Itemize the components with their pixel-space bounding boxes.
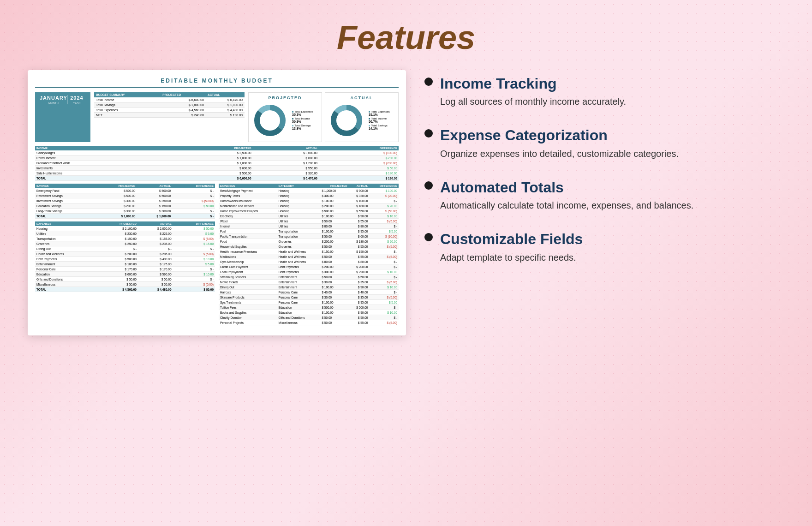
expense-right-cell: $ (50.00) (369, 209, 399, 214)
expense-right-cell: $ 10.00 (369, 310, 399, 315)
expense-right-cell: $ - (369, 315, 399, 320)
expense-right-cell: Home Improvement Projects (219, 209, 277, 214)
feature-item: Automated TotalsAutomatically calculate … (424, 179, 784, 212)
savings-cell: Investment Savings (35, 198, 96, 203)
expenses-left-table: EXPENSES PROJECTED ACTUAL DIFFERENCE Hou… (35, 221, 215, 292)
feature-description: Organize expenses into detailed, customi… (440, 147, 679, 160)
expense-right-cell: Gifts and Donations (277, 315, 321, 320)
income-col-actual: ACTUAL (253, 146, 319, 150)
expense-right-cell: $ - (369, 259, 399, 264)
income-table: INCOME PROJECTED ACTUAL DIFFERENCE Salar… (35, 146, 399, 181)
expense-right-cell: Food (219, 239, 277, 244)
expense-right-cell: $ 55.00 (349, 320, 370, 325)
expense-left-total-cell: TOTAL (35, 287, 97, 292)
expense-right-cell: $ - (369, 249, 399, 254)
expense-right-cell: $ 90.00 (349, 214, 370, 219)
expense-right-cell: $ 40.00 (349, 290, 370, 295)
expense-right-cell: $ 500.00 (349, 305, 370, 310)
expense-right-cell: Property Taxes (219, 193, 277, 198)
savings-cell: $ 300.00 (96, 198, 137, 203)
table-row: Rent/Mortgage PaymentHousing$ 1,000.00$ … (219, 188, 399, 193)
feature-text: Customizable FieldsAdapt template to spe… (440, 230, 583, 263)
expense-left-cell: Miscellaneous (35, 282, 97, 287)
summary-col-name: BUDGET SUMMARY (94, 92, 161, 97)
actual-donut-container: ■ Total Expenses35.1% ■ Total Income50.7… (328, 102, 395, 139)
table-row: Salary/Wages$ 3,500.00$ 3,600.00$ (100.0… (35, 150, 399, 155)
table-row: Household SuppliesGroceries$ 50.00$ 55.0… (219, 244, 399, 249)
summary-cell: $ 1,800.00 (161, 102, 206, 108)
expense-right-cell: Household Supplies (219, 244, 277, 249)
table-row: Groceries$ 250.00$ 235.00$ 15.00 (35, 241, 215, 246)
sheet-title: EDITABLE MONTHLY BUDGET (35, 78, 399, 88)
er-col-diff: DIFFERENCE (369, 184, 399, 188)
expense-right-cell: $ 80.00 (320, 259, 348, 264)
expense-right-cell: $ 180.00 (349, 203, 370, 209)
income-cell: $ 3,600.00 (253, 150, 319, 155)
income-cell: $ 600.00 (176, 166, 253, 171)
income-cell: $ 500.00 (176, 171, 253, 176)
expense-right-cell: $ 10.00 (369, 285, 399, 290)
savings-cell: $ 500.00 (137, 188, 172, 193)
expense-left-total-cell: $ 80.00 (173, 287, 215, 292)
expense-right-cell: Entertainment (277, 280, 321, 285)
expense-right-cell: Debt Payments (277, 269, 321, 275)
expense-left-total-cell: $ 4,560.00 (97, 287, 138, 292)
savings-cell: Long-Term Savings (35, 209, 96, 214)
expense-left-cell: $ 225.00 (138, 231, 173, 236)
expense-left-cell: $ 230.00 (97, 231, 138, 236)
income-cell: $ 800.00 (253, 155, 319, 161)
table-row: Entertainment$ 180.00$ 175.00$ 5.00 (35, 262, 215, 267)
expense-right-cell: $ 50.00 (320, 254, 348, 259)
expense-left-cell: $ 590.00 (138, 272, 173, 277)
table-row: Tuition FeesEducation$ 500.00$ 500.00$ - (219, 305, 399, 310)
summary-cell: $ 240.00 (161, 113, 206, 118)
income-cell: $ 50.00 (319, 166, 399, 171)
savings-cell: $ 350.00 (137, 198, 172, 203)
expense-right-cell: Transportation (277, 229, 321, 234)
table-row: FuelTransportation$ 100.00$ 95.00$ 5.00 (219, 229, 399, 234)
expense-right-cell: $ 50.00 (320, 234, 348, 239)
table-row: Credit Card PaymentDebt Payments$ 200.00… (219, 264, 399, 269)
expense-right-cell: $ - (369, 275, 399, 280)
expense-left-cell: $ - (173, 246, 215, 251)
expense-right-cell: $ 200.00 (320, 264, 348, 269)
expense-right-cell: $ 550.00 (349, 209, 370, 214)
table-row: Streaming ServicesEntertainment$ 50.00$ … (219, 275, 399, 280)
savings-col: SAVINGS PROJECTED ACTUAL DIFFERENCE Emer… (35, 184, 215, 325)
expense-right-cell: $ 80.00 (320, 224, 348, 229)
expense-left-cell: $ 10.00 (173, 272, 215, 277)
table-row: Personal Care$ 170.00$ 170.00$ - (35, 267, 215, 272)
summary-cell: Total Savings (94, 102, 161, 108)
feature-text: Income TrackingLog all sources of monthl… (440, 75, 626, 108)
expense-right-cell: $ (5.00) (369, 244, 399, 249)
income-cell: Investments (35, 166, 176, 171)
savings-cell: $ 50.00 (172, 203, 215, 209)
feature-description: Adapt template to specific needs. (440, 251, 583, 264)
feature-text: Expense CategorizationOrganize expenses … (440, 126, 679, 160)
summary-cell: Total Income (94, 97, 161, 102)
expense-left-cell: $ - (138, 246, 173, 251)
expense-right-cell: Entertainment (277, 275, 321, 280)
table-row: Homeowners InsuranceHousing$ 100.00$ 100… (219, 198, 399, 203)
income-total-cell: $ 130.00 (319, 176, 399, 181)
expense-right-cell: Haircuts (219, 290, 277, 295)
table-row: Utilities$ 230.00$ 225.00$ 5.00 (35, 231, 215, 236)
expense-left-cell: Health and Wellness (35, 251, 97, 257)
savings-col-name: SAVINGS (35, 184, 96, 188)
savings-col-projected: PROJECTED (96, 184, 137, 188)
expense-left-cell: $ (5.00) (173, 282, 215, 287)
projected-donut-container: ■ Total Expenses35.3% ■ Total Income50.9… (251, 102, 319, 139)
expense-right-cell: $ 50.00 (320, 320, 348, 325)
expense-left-cell: Debt Payments (35, 257, 97, 262)
table-row: Retirement Savings$ 500.00$ 500.00$ - (35, 193, 215, 198)
table-row: Housing$ 2,100.00$ 2,050.00$ 50.00 (35, 226, 215, 231)
table-row: Investments$ 600.00$ 550.00$ 50.00 (35, 166, 399, 171)
expense-right-cell: Homeowners Insurance (219, 198, 277, 203)
expense-right-cell: Personal Projects (219, 320, 277, 325)
top-section: JANUARY MONTH 2024 YEAR BUDGET SUMMARY (35, 92, 399, 142)
income-col-diff: DIFFERENCE (319, 146, 399, 150)
feature-title: Expense Categorization (440, 126, 679, 144)
svg-point-7 (337, 111, 356, 130)
expense-right-cell: $ 300.00 (320, 269, 348, 275)
table-row: Maintenance and RepairsHousing$ 200.00$ … (219, 203, 399, 209)
